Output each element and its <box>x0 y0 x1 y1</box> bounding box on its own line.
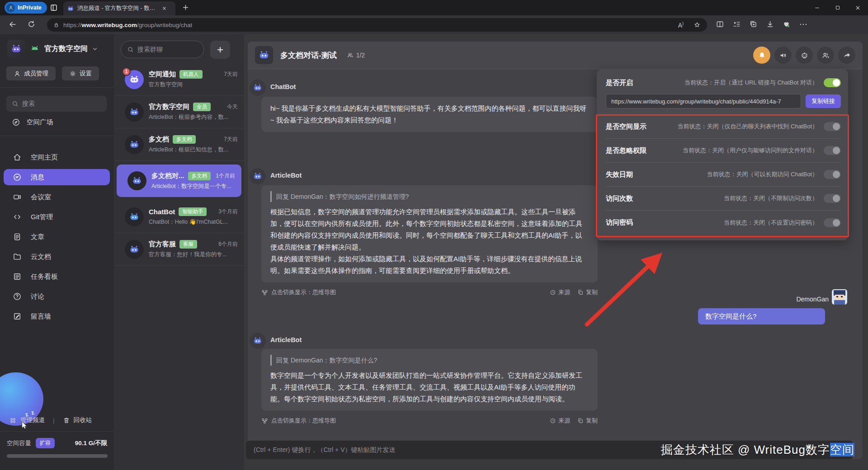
split-screen-icon[interactable] <box>716 20 724 28</box>
message-avatar-robot-icon <box>250 333 266 349</box>
channel-avatar-robot-icon <box>125 240 144 259</box>
compass-icon <box>12 118 20 127</box>
read-aloud-icon[interactable]: A) <box>678 21 684 29</box>
refresh-button[interactable] <box>27 20 36 28</box>
channel-item-support[interactable]: 官方客服 客服 6个月前 官方客服：您好！我是你的专... <box>114 233 244 266</box>
expand-capacity-button[interactable]: 扩容 <box>36 438 55 448</box>
space-avatar[interactable] <box>7 40 25 58</box>
setting-status: 当前状态：关闭（可以长期访问 ChatBot） <box>707 170 818 179</box>
sidebar-item-git-label: Git管理 <box>31 213 53 221</box>
copy-button[interactable]: 复制 <box>577 288 598 296</box>
message-avatar-robot-icon <box>250 168 266 184</box>
channel-item-official-space[interactable]: 官方数字空间 全员 今天 ArticleBot：根据参考内容，数... <box>114 96 244 128</box>
share-url-field[interactable]: https://www.writebug.com/group/writebug/… <box>606 94 801 108</box>
expiry-date-toggle[interactable] <box>824 170 841 179</box>
members-panel-icon[interactable] <box>817 47 834 64</box>
setting-label: 访问次数 <box>606 194 633 203</box>
chevron-down-icon[interactable] <box>92 46 98 52</box>
members-management-button[interactable]: 成员管理 <box>6 66 56 80</box>
window-maximize-button[interactable] <box>827 0 848 15</box>
channel-avatar-robot-icon <box>125 207 144 226</box>
browser-tab[interactable]: 消息频道 - 官方数字空间 - 数字空 <box>63 1 175 15</box>
question-circle-icon <box>13 292 22 301</box>
toggle-view-button[interactable]: 点击切换显示：思维导图 <box>271 288 336 296</box>
sidebar-item-messages[interactable]: 消息 <box>4 169 110 185</box>
favorite-star-icon[interactable] <box>693 21 701 28</box>
space-display-toggle[interactable] <box>824 122 841 131</box>
notification-bell-icon[interactable] <box>753 47 770 64</box>
copy-icon <box>577 418 584 424</box>
channel-search-input[interactable]: 搜索群聊 <box>121 41 204 58</box>
space-settings-button[interactable]: 设置 <box>62 66 99 80</box>
setting-label: 失效日期 <box>606 170 633 179</box>
channel-name: 官方客服 <box>149 240 176 249</box>
workspaces-icon[interactable] <box>50 4 58 12</box>
search-icon <box>12 100 19 107</box>
message-articlebot-1: 回复 DemonGan：数字空间如何进行频道管理? 根据已知信息，数字空间的频道… <box>261 185 598 282</box>
channel-list: 搜索群聊 + 1 空间通知 机器人 7天前 官方数字空间 <box>114 34 244 470</box>
members-management-label: 成员管理 <box>24 70 48 78</box>
message-sender-name: ArticleBot <box>270 336 302 343</box>
channel-item-multidoc[interactable]: 多文档 多文档 7天前 ArticleBot：根据已知信息，数... <box>114 128 244 161</box>
sidebar-item-articles[interactable]: 文章 <box>0 227 113 247</box>
sidebar-item-message-wall[interactable]: 留言墙 <box>0 306 113 326</box>
message-text: hi~ 我是你基于多文档生成的私有大模型智能问答助手，有关多文档范围内的各种问题… <box>270 103 589 126</box>
new-tab-button[interactable] <box>182 4 189 11</box>
sidebar-item-meeting-room-label: 会议室 <box>31 193 51 202</box>
sidebar-item-home[interactable]: 空间主页 <box>0 147 113 167</box>
channel-search-placeholder: 搜索群聊 <box>137 46 163 54</box>
chat-avatar-robot-icon <box>255 46 273 64</box>
sidebar-item-plaza[interactable]: 空间广场 <box>0 115 113 129</box>
sidebar-item-cloud-docs[interactable]: 云文档 <box>0 247 113 267</box>
members-icon <box>347 52 354 59</box>
back-button[interactable] <box>8 20 17 29</box>
tab-close-icon[interactable] <box>162 6 167 11</box>
favorites-list-icon[interactable] <box>732 20 741 28</box>
recycle-bin-button[interactable]: 回收站 <box>74 416 92 424</box>
browser-essentials-icon[interactable] <box>782 20 791 28</box>
message-articlebot-2: 回复 DemonGan：数字空间是什么? 数字空间是一个专为个人开发者以及研发团… <box>261 349 598 411</box>
message-sender-name: ArticleBot <box>270 172 302 179</box>
visit-count-toggle[interactable] <box>824 194 841 203</box>
channel-item-chatbot[interactable]: ChatBot 智能助手 3个月前 ChatBot：Hello 👋I'mChat… <box>114 201 244 233</box>
browser-menu-icon[interactable] <box>799 22 807 27</box>
window-minimize-button[interactable] <box>807 0 827 15</box>
user-name: DemonGan <box>755 296 829 303</box>
collections-icon[interactable] <box>749 20 758 28</box>
channel-avatar-robot-icon <box>125 135 144 154</box>
copy-button[interactable]: 复制 <box>577 417 598 425</box>
sidebar-item-discussion[interactable]: 讨论 <box>0 287 113 306</box>
channel-item-multidoc-chat-selected[interactable]: 多文档对... 多文档 1个月前 ArticleBot：数字空间是一个专... <box>117 164 241 197</box>
source-button[interactable]: 来源 <box>550 417 570 425</box>
channel-item-space-notice[interactable]: 1 空间通知 机器人 7天前 官方数字空间 <box>114 63 244 96</box>
window-close-button[interactable] <box>848 0 868 15</box>
enable-toggle[interactable] <box>824 78 841 87</box>
sidebar-item-git[interactable]: Git管理 <box>0 207 113 227</box>
sidebar-item-meeting-room[interactable]: 会议室 <box>0 187 113 207</box>
downloads-icon[interactable] <box>766 20 774 28</box>
bot-settings-icon[interactable] <box>796 47 813 64</box>
address-bar[interactable]: https://www.writebug.com/group/writebug/… <box>47 18 707 32</box>
share-icon[interactable] <box>838 47 855 64</box>
access-password-toggle[interactable] <box>824 218 841 227</box>
announcement-speaker-icon[interactable] <box>774 47 792 64</box>
member-count[interactable]: 1/2 <box>347 52 365 59</box>
tab-favicon-robot-icon <box>67 5 74 12</box>
toggle-view-button[interactable]: 点击切换显示：思维导图 <box>271 417 336 425</box>
sidebar-item-kanban[interactable]: 任务看板 <box>0 267 113 287</box>
member-count-value: 1/2 <box>356 52 365 59</box>
ignore-permission-togg le[interactable] <box>824 146 841 155</box>
space-name[interactable]: 官方数字空间 <box>44 44 88 54</box>
sidebar-search-input[interactable]: 搜索 <box>6 96 107 112</box>
channel-time: 7天前 <box>224 136 238 143</box>
source-button[interactable]: 来源 <box>550 288 570 296</box>
message-text: 数字空间是一个专为个人开发者以及研发团队打造的一站式研发协作管理平台。它支持自定… <box>270 370 589 405</box>
mindmap-icon <box>261 289 268 296</box>
trash-icon <box>63 417 70 424</box>
folder-icon <box>13 252 22 261</box>
copy-link-button[interactable]: 复制链接 <box>806 94 841 108</box>
watermark-highlight: 空间 <box>830 443 854 456</box>
user-avatar[interactable] <box>832 289 847 305</box>
create-channel-button[interactable]: + <box>210 41 230 59</box>
url-text: https://www.writebug.com/group/writebug/… <box>63 22 192 28</box>
